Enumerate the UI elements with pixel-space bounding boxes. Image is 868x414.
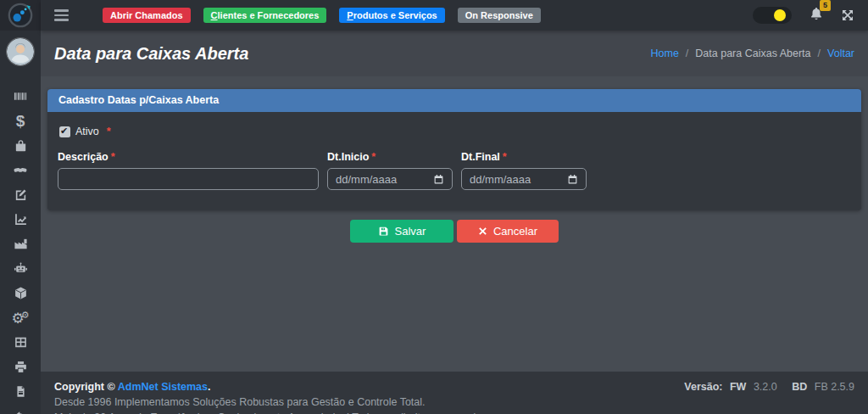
dt-final-label-text: Dt.Final <box>461 151 500 163</box>
descricao-label: Descrição* <box>58 151 319 163</box>
cube-icon[interactable] <box>0 281 41 305</box>
sidebar: $⚙⚙ <box>0 31 41 414</box>
card-body: Ativo * Descrição* Dt.Inicio* <box>47 112 861 210</box>
table-icon[interactable] <box>0 330 41 355</box>
date-placeholder: dd/mm/aaaa <box>336 173 397 186</box>
footer-line2: Desde 1996 Implementamos Soluções Robust… <box>54 394 490 410</box>
dt-inicio-input[interactable]: dd/mm/aaaa <box>327 168 453 190</box>
bell-icon[interactable]: 5 <box>809 5 824 25</box>
dt-inicio-label-text: Dt.Inicio <box>327 151 369 163</box>
required-marker: * <box>371 151 376 163</box>
edit-icon[interactable] <box>0 182 41 207</box>
descricao-input[interactable] <box>58 168 319 190</box>
robot-icon[interactable] <box>0 256 41 281</box>
breadcrumb-separator: / <box>818 48 821 59</box>
footer-left: Copyright © AdmNet Sistemas. Desde 1996 … <box>54 379 490 414</box>
copyright-prefix: Copyright © <box>54 381 115 393</box>
page-title: Data para Caixas Aberta <box>54 44 248 64</box>
save-button[interactable]: Salvar <box>350 220 453 243</box>
cancel-label: Cancelar <box>493 225 537 238</box>
cadastro-card: Cadastro Datas p/Caixas Aberta Ativo * D… <box>47 89 861 210</box>
breadcrumb-voltar-link[interactable]: Voltar <box>827 48 854 59</box>
breadcrumb-home-link[interactable]: Home <box>651 48 679 59</box>
gears-icon[interactable]: ⚙⚙ <box>0 305 41 330</box>
copyright-suffix: . <box>208 381 210 393</box>
menu-icon[interactable] <box>54 9 69 21</box>
toggle-knob <box>774 9 786 21</box>
produtos-servicos-button[interactable]: Produtos e Serviços <box>339 8 444 23</box>
save-label: Salvar <box>395 225 426 238</box>
save-icon <box>378 226 389 237</box>
action-buttons: Salvar Cancelar <box>47 220 861 243</box>
file-invoice-icon[interactable] <box>0 379 41 404</box>
version-info: Versão: FW 3.2.0 BD FB 2.5.9 <box>684 379 854 414</box>
on-responsive-button[interactable]: On Responsive <box>458 8 541 23</box>
ativo-checkbox[interactable] <box>59 126 70 137</box>
fw-value: 3.2.0 <box>754 381 777 393</box>
required-marker: * <box>503 151 507 163</box>
form-row: Descrição* Dt.Inicio* dd/mm/aaaa <box>58 151 851 190</box>
calendar-icon[interactable] <box>433 174 444 185</box>
required-marker: * <box>107 126 111 137</box>
dollar-icon[interactable]: $ <box>0 109 41 133</box>
bd-label: BD <box>792 381 807 393</box>
footer: Copyright © AdmNet Sistemas. Desde 1996 … <box>41 372 868 414</box>
avatar[interactable] <box>7 38 34 65</box>
footer-line3: Mais de 30 Anos de Experiência e Conheci… <box>54 410 490 414</box>
abrir-chamados-button[interactable]: Abrir Chamados <box>103 8 191 23</box>
date-placeholder: dd/mm/aaaa <box>470 173 531 186</box>
undo-icon[interactable] <box>0 404 41 414</box>
dt-final-label: Dt.Final* <box>461 151 587 163</box>
content: Cadastro Datas p/Caixas Aberta Ativo * D… <box>41 76 868 372</box>
breadcrumb-current: Data para Caixas Aberta <box>695 48 810 59</box>
topbar: Abrir Chamados Clientes e Fornecedores P… <box>41 0 868 31</box>
admnet-link[interactable]: AdmNet Sistemas <box>118 381 208 393</box>
main-area: Data para Caixas Aberta Home / Data para… <box>41 31 868 414</box>
line-chart-icon[interactable] <box>0 207 41 232</box>
clientes-fornecedores-button[interactable]: Clientes e Fornecedores <box>203 8 327 23</box>
topbar-right: 5 <box>753 5 854 25</box>
breadcrumb: Home / Data para Caixas Aberta / Voltar <box>651 48 854 59</box>
printer-icon[interactable] <box>0 355 41 379</box>
breadcrumb-separator: / <box>686 48 688 59</box>
calendar-icon[interactable] <box>567 174 578 185</box>
dt-final-input[interactable]: dd/mm/aaaa <box>461 168 587 190</box>
cancel-button[interactable]: Cancelar <box>457 220 559 243</box>
industry-icon[interactable] <box>0 232 41 256</box>
ativo-label: Ativo <box>75 126 99 137</box>
handshake-icon[interactable] <box>0 158 41 182</box>
barcode-icon[interactable] <box>0 84 41 109</box>
dt-final-field: Dt.Final* dd/mm/aaaa <box>461 151 587 190</box>
required-marker: * <box>111 151 115 163</box>
dt-inicio-label: Dt.Inicio* <box>327 151 453 163</box>
descricao-label-text: Descrição <box>58 151 108 163</box>
card-header: Cadastro Datas p/Caixas Aberta <box>47 89 861 112</box>
ativo-row: Ativo * <box>59 126 851 137</box>
page-header: Data para Caixas Aberta Home / Data para… <box>41 31 868 76</box>
descricao-field: Descrição* <box>58 151 319 190</box>
copyright-line: Copyright © AdmNet Sistemas. <box>54 379 490 394</box>
sidebar-nav: $⚙⚙ <box>0 84 41 414</box>
fw-label: FW <box>730 381 746 393</box>
notification-badge: 5 <box>820 0 831 11</box>
app-window: Abrir Chamados Clientes e Fornecedores P… <box>0 0 868 414</box>
expand-icon[interactable] <box>841 8 854 22</box>
shopping-bag-icon[interactable] <box>0 133 41 158</box>
topbar-nav: Abrir Chamados Clientes e Fornecedores P… <box>103 8 541 23</box>
theme-toggle[interactable] <box>753 7 792 24</box>
brand-globe-icon <box>7 2 34 29</box>
dt-inicio-field: Dt.Inicio* dd/mm/aaaa <box>327 151 453 190</box>
version-label: Versão: <box>684 381 722 393</box>
close-icon <box>478 227 487 236</box>
bd-value: FB 2.5.9 <box>815 381 854 393</box>
app-logo[interactable] <box>0 0 41 31</box>
